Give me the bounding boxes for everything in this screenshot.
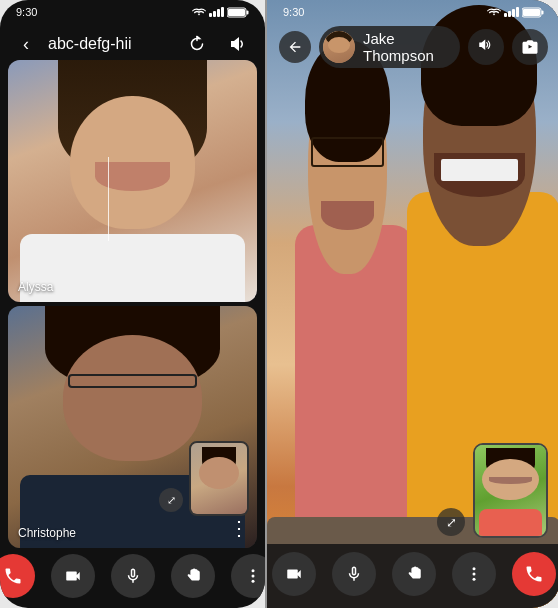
wifi-icon	[192, 7, 206, 17]
left-back-button[interactable]: ‹	[12, 30, 40, 58]
right-phone: 9:30	[267, 0, 558, 608]
pip-expand-button[interactable]: ⤢	[159, 488, 183, 512]
right-expand-button[interactable]: ⤢	[437, 508, 465, 536]
right-pip-video	[473, 443, 548, 538]
right-switch-camera-button[interactable]	[512, 29, 548, 65]
svg-point-4	[251, 569, 254, 572]
left-raise-hand-button[interactable]	[171, 554, 215, 598]
svg-point-5	[251, 575, 254, 578]
left-call-title: abc-defg-hii	[48, 35, 173, 53]
svg-rect-2	[228, 9, 245, 16]
right-call-header: Jake Thompson	[267, 22, 558, 72]
svg-marker-3	[231, 37, 239, 51]
svg-point-13	[472, 578, 475, 581]
svg-point-12	[472, 573, 475, 576]
left-camera-button[interactable]	[51, 554, 95, 598]
left-participant-name-top: Alyssa	[18, 280, 53, 294]
left-participant-name-bottom: Christophe	[18, 526, 76, 540]
left-time: 9:30	[16, 6, 37, 18]
left-refresh-button[interactable]	[181, 28, 213, 60]
left-speaker-button[interactable]	[221, 28, 253, 60]
right-time: 9:30	[283, 6, 304, 18]
back-arrow-icon	[287, 39, 303, 55]
right-speaker-icon	[477, 38, 495, 56]
right-signal-icon	[504, 7, 519, 17]
refresh-icon	[188, 35, 206, 53]
speaker-icon	[228, 35, 246, 53]
right-wifi-icon	[487, 7, 501, 17]
camera-icon	[64, 567, 82, 585]
svg-point-11	[472, 567, 475, 570]
left-video-tile-top: Alyssa	[8, 60, 257, 302]
right-camera-button[interactable]	[272, 552, 316, 596]
right-contact-pill: Jake Thompson	[319, 26, 460, 68]
right-more-button[interactable]	[452, 552, 496, 596]
svg-rect-8	[542, 10, 544, 14]
left-phone: 9:30 ‹ abc-defg-hii	[0, 0, 265, 608]
svg-point-6	[251, 580, 254, 583]
battery-icon	[227, 7, 249, 18]
right-bottom-controls	[267, 544, 558, 608]
left-end-call-button[interactable]	[0, 554, 35, 598]
right-status-bar: 9:30	[267, 0, 558, 20]
right-back-button[interactable]	[279, 31, 311, 63]
signal-icon	[209, 7, 224, 17]
right-camera-icon	[285, 565, 303, 583]
end-call-icon	[3, 566, 23, 586]
left-pip-video	[189, 441, 249, 516]
left-status-bar: 9:30	[0, 0, 265, 20]
right-mute-button[interactable]	[332, 552, 376, 596]
right-contact-avatar	[323, 31, 355, 63]
svg-marker-10	[479, 40, 485, 51]
right-full-video: ⤢	[267, 0, 558, 608]
right-end-call-icon	[524, 564, 544, 584]
left-more-button[interactable]	[231, 554, 266, 598]
right-more-vert-icon	[465, 565, 483, 583]
left-video-grid: Alyssa ⤢	[8, 60, 257, 548]
switch-camera-icon	[521, 38, 539, 56]
left-call-header: ‹ abc-defg-hii	[0, 22, 265, 66]
left-status-icons	[192, 7, 249, 18]
right-contact-name: Jake Thompson	[363, 30, 448, 64]
raise-hand-icon	[184, 567, 202, 585]
right-battery-icon	[522, 7, 544, 18]
svg-rect-1	[247, 10, 249, 14]
mic-icon	[124, 567, 142, 585]
left-more-options-button[interactable]: ⋮	[229, 516, 249, 540]
more-vert-icon	[244, 567, 262, 585]
right-end-call-button[interactable]	[512, 552, 556, 596]
right-status-icons	[487, 7, 544, 18]
right-raise-hand-button[interactable]	[392, 552, 436, 596]
svg-rect-9	[523, 9, 540, 16]
left-mute-button[interactable]	[111, 554, 155, 598]
left-bottom-controls	[0, 554, 265, 598]
right-speaker-button[interactable]	[468, 29, 504, 65]
right-raise-hand-icon	[405, 565, 423, 583]
left-video-tile-bottom: ⤢ ⋮ Christophe	[8, 306, 257, 548]
right-mic-icon	[345, 565, 363, 583]
